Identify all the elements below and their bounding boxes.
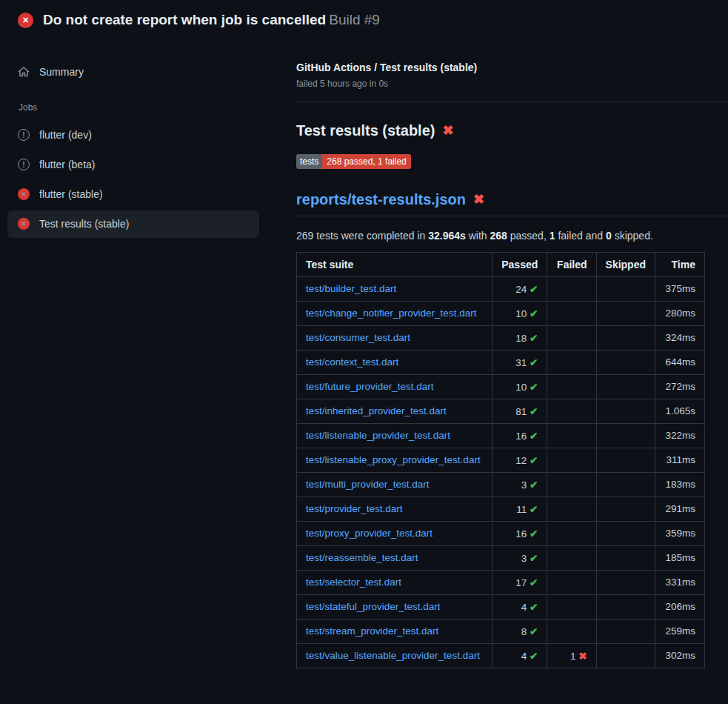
- table-row: test/listenable_provider_test.dart16 ✔32…: [297, 423, 705, 448]
- test-suite-link[interactable]: test/listenable_provider_test.dart: [306, 430, 450, 441]
- failed-cell: [547, 399, 596, 423]
- failed-cell: [547, 545, 596, 570]
- sidebar-item-test-results-stable[interactable]: ✕ Test results (stable): [7, 210, 259, 238]
- failed-cell: [547, 276, 596, 301]
- summary-prefix: 269 tests were completed in: [296, 230, 428, 242]
- check-icon: ✔: [530, 308, 538, 319]
- suite-cell: test/proxy_provider_test.dart: [297, 521, 492, 545]
- time-cell: 1.065s: [655, 399, 705, 423]
- time-cell: 259ms: [655, 619, 705, 643]
- sidebar-item-flutter-dev[interactable]: ! flutter (dev): [7, 122, 259, 149]
- table-row: test/reassemble_test.dart3 ✔185ms: [297, 545, 705, 570]
- main-content: GitHub Actions / Test results (stable) f…: [296, 39, 728, 668]
- passed-cell: 18 ✔: [492, 325, 547, 350]
- test-suite-link[interactable]: test/stateful_provider_test.dart: [306, 601, 441, 612]
- summary-skipped-count: 0: [606, 230, 612, 242]
- failed-cell: [547, 374, 596, 399]
- passed-cell: 81 ✔: [492, 399, 547, 423]
- skipped-cell: [596, 472, 655, 497]
- skipped-cell: [596, 399, 655, 423]
- badge-label: tests: [296, 154, 322, 169]
- test-suite-link[interactable]: test/listenable_proxy_provider_test.dart: [306, 454, 481, 465]
- suite-cell: test/consumer_test.dart: [297, 325, 492, 350]
- check-icon: ✔: [530, 455, 538, 466]
- table-row: test/provider_test.dart11 ✔291ms: [297, 497, 705, 521]
- test-suite-link[interactable]: test/consumer_test.dart: [306, 332, 410, 343]
- badge-value: 268 passed, 1 failed: [322, 154, 410, 169]
- suite-cell: test/stateful_provider_test.dart: [297, 594, 492, 619]
- test-results-table: Test suite Passed Failed Skipped Time te…: [296, 252, 705, 668]
- test-suite-link[interactable]: test/change_notifier_provider_test.dart: [306, 308, 476, 319]
- table-row: test/value_listenable_provider_test.dart…: [297, 643, 705, 668]
- table-row: test/builder_test.dart24 ✔375ms: [297, 276, 705, 301]
- divider: [296, 102, 728, 102]
- time-cell: 322ms: [655, 423, 705, 448]
- column-header-time: Time: [655, 252, 705, 276]
- test-suite-link[interactable]: test/stream_provider_test.dart: [306, 625, 438, 637]
- build-number: Build #9: [329, 12, 380, 27]
- run-title-text: Do not create report when job is cancell…: [43, 12, 326, 27]
- check-icon: ✔: [530, 479, 538, 491]
- suite-cell: test/multi_provider_test.dart: [297, 472, 492, 497]
- skipped-cell: [596, 497, 655, 521]
- check-icon: ✔: [530, 333, 538, 344]
- failed-cell: [547, 594, 596, 619]
- check-icon: ✔: [530, 528, 538, 539]
- suite-cell: test/provider_test.dart: [297, 497, 492, 521]
- test-suite-link[interactable]: test/value_listenable_provider_test.dart: [306, 650, 480, 661]
- home-icon: [18, 66, 30, 78]
- passed-cell: 11 ✔: [492, 497, 547, 521]
- run-header: ✕ Do not create report when job is cance…: [0, 0, 728, 39]
- check-icon: ✔: [530, 553, 538, 564]
- failed-cell: [547, 521, 596, 545]
- check-icon: ✔: [530, 284, 538, 295]
- check-run-title-text: Test results (stable): [296, 122, 435, 139]
- time-cell: 311ms: [655, 448, 705, 472]
- passed-cell: 3 ✔: [492, 472, 547, 497]
- summary-passed-count: 268: [490, 230, 507, 242]
- sidebar-item-flutter-stable[interactable]: ✕ flutter (stable): [7, 181, 259, 208]
- failed-cell: [547, 350, 596, 374]
- passed-cell: 10 ✔: [492, 374, 547, 399]
- skipped-cell: [596, 423, 655, 448]
- sidebar-item-summary[interactable]: Summary: [7, 59, 259, 86]
- passed-cell: 31 ✔: [492, 350, 547, 374]
- table-row: test/change_notifier_provider_test.dart1…: [297, 301, 705, 325]
- test-suite-link[interactable]: test/provider_test.dart: [306, 503, 403, 514]
- time-cell: 183ms: [655, 472, 705, 497]
- sidebar-item-flutter-beta[interactable]: ! flutter (beta): [7, 151, 259, 179]
- skipped-cell: [596, 448, 655, 472]
- summary-text: passed,: [507, 230, 550, 242]
- test-suite-link[interactable]: test/inherited_provider_test.dart: [306, 405, 447, 416]
- column-header-passed: Passed: [492, 252, 547, 276]
- failed-cell: [547, 619, 596, 643]
- check-icon: ✔: [530, 357, 538, 368]
- test-suite-link[interactable]: test/builder_test.dart: [306, 283, 396, 294]
- check-icon: ✔: [530, 651, 538, 662]
- sidebar-item-label: flutter (beta): [39, 159, 95, 170]
- tests-status-badge: tests 268 passed, 1 failed: [296, 154, 411, 169]
- failed-cell: [547, 448, 596, 472]
- suite-cell: test/stream_provider_test.dart: [297, 619, 492, 643]
- test-suite-link[interactable]: test/context_test.dart: [306, 356, 398, 368]
- test-suite-link[interactable]: test/proxy_provider_test.dart: [306, 528, 433, 539]
- test-suite-link[interactable]: test/multi_provider_test.dart: [306, 479, 430, 490]
- summary-text: with: [466, 230, 490, 242]
- failed-x-circle-icon: ✕: [18, 188, 30, 200]
- test-suite-link[interactable]: test/future_provider_test.dart: [306, 381, 434, 392]
- time-cell: 331ms: [655, 570, 705, 594]
- skipped-cell: [596, 276, 655, 301]
- table-row: test/future_provider_test.dart10 ✔272ms: [297, 374, 705, 399]
- failed-cell: 1 ✖: [547, 643, 596, 668]
- suite-cell: test/selector_test.dart: [297, 570, 492, 594]
- passed-cell: 17 ✔: [492, 570, 547, 594]
- test-suite-link[interactable]: test/reassemble_test.dart: [306, 552, 418, 563]
- failed-x-icon: ✖: [442, 124, 453, 137]
- test-suite-link[interactable]: test/selector_test.dart: [306, 577, 401, 588]
- table-row: test/stateful_provider_test.dart4 ✔206ms: [297, 594, 705, 619]
- suite-cell: test/builder_test.dart: [297, 276, 492, 301]
- passed-cell: 12 ✔: [492, 448, 547, 472]
- failed-cell: [547, 423, 596, 448]
- report-file-link[interactable]: reports/test-results.json: [296, 191, 466, 208]
- suite-cell: test/value_listenable_provider_test.dart: [297, 643, 492, 668]
